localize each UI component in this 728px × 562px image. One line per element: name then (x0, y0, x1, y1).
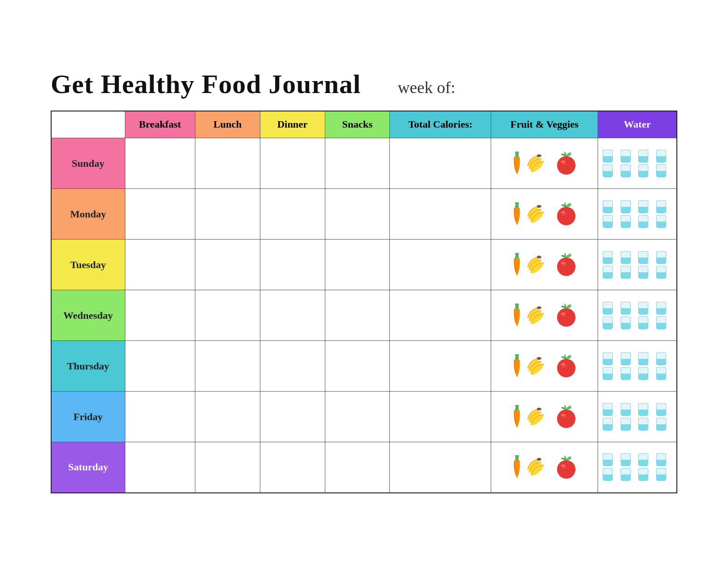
breakfast-cell-sunday[interactable] (125, 138, 195, 189)
calories-cell-sunday[interactable] (390, 138, 491, 189)
fruits-cell-tuesday (491, 240, 598, 290)
table-row: Sunday (51, 138, 677, 189)
water-glass-icon (603, 266, 613, 279)
calories-cell-friday[interactable] (390, 392, 491, 442)
water-glass-icon (603, 352, 613, 365)
water-glass-icon (603, 403, 613, 416)
breakfast-cell-monday[interactable] (125, 189, 195, 240)
page-title: Get Healthy Food Journal (51, 69, 361, 100)
water-glass-icon (656, 215, 666, 228)
svg-point-17 (537, 256, 541, 258)
svg-point-10 (537, 205, 541, 208)
day-cell-monday: Monday (51, 189, 125, 240)
water-glass-icon (638, 418, 648, 431)
snacks-cell-tuesday[interactable] (325, 240, 390, 290)
water-glass-icon (656, 316, 666, 329)
svg-point-34 (561, 363, 565, 366)
water-glass-icon (621, 352, 631, 365)
lunch-cell-wednesday[interactable] (195, 290, 260, 341)
svg-point-41 (561, 414, 565, 416)
week-of-label: week of: (398, 78, 455, 97)
dinner-cell-wednesday[interactable] (260, 290, 325, 341)
lunch-cell-monday[interactable] (195, 189, 260, 240)
corner-cell (51, 111, 125, 138)
water-glass-icon (621, 316, 631, 329)
water-glass-icon (603, 302, 613, 315)
dinner-cell-saturday[interactable] (260, 442, 325, 493)
dinner-cell-sunday[interactable] (260, 138, 325, 189)
table-row: Monday (51, 189, 677, 240)
lunch-cell-sunday[interactable] (195, 138, 260, 189)
dinner-cell-friday[interactable] (260, 392, 325, 442)
snacks-cell-sunday[interactable] (325, 138, 390, 189)
lunch-cell-friday[interactable] (195, 392, 260, 442)
page: Get Healthy Food Journal week of: Breakf… (23, 50, 705, 511)
water-glass-icon (621, 251, 631, 264)
water-glass-icon (638, 367, 648, 380)
calories-cell-saturday[interactable] (390, 442, 491, 493)
water-glass-icon (603, 164, 613, 177)
snacks-cell-wednesday[interactable] (325, 290, 390, 341)
fruits-cell-wednesday (491, 290, 598, 341)
water-glass-icon (638, 164, 648, 177)
day-cell-wednesday: Wednesday (51, 290, 125, 341)
water-glass-icon (621, 468, 631, 481)
dinner-cell-tuesday[interactable] (260, 240, 325, 290)
water-glass-icon (656, 418, 666, 431)
col-header-fruits: Fruit & Veggies (491, 111, 598, 138)
day-cell-sunday: Sunday (51, 138, 125, 189)
breakfast-cell-saturday[interactable] (125, 442, 195, 493)
dinner-cell-monday[interactable] (260, 189, 325, 240)
water-cell-monday (598, 189, 677, 240)
water-glass-icon (638, 251, 648, 264)
svg-point-27 (561, 312, 565, 315)
water-glass-icon (638, 316, 648, 329)
breakfast-cell-friday[interactable] (125, 392, 195, 442)
table-row: Thursday (51, 341, 677, 392)
fruits-cell-thursday (491, 341, 598, 392)
calories-cell-wednesday[interactable] (390, 290, 491, 341)
snacks-cell-saturday[interactable] (325, 442, 390, 493)
water-glass-icon (656, 266, 666, 279)
day-cell-friday: Friday (51, 392, 125, 442)
water-glass-icon (656, 164, 666, 177)
water-glass-icon (621, 266, 631, 279)
water-glass-icon (621, 215, 631, 228)
water-glass-icon (603, 418, 613, 431)
day-cell-thursday: Thursday (51, 341, 125, 392)
fruits-cell-saturday (491, 442, 598, 493)
water-cell-wednesday (598, 290, 677, 341)
lunch-cell-saturday[interactable] (195, 442, 260, 493)
svg-point-45 (537, 458, 541, 461)
snacks-cell-monday[interactable] (325, 189, 390, 240)
col-header-breakfast: Breakfast (125, 111, 195, 138)
water-glass-icon (638, 200, 648, 213)
water-glass-icon (656, 150, 666, 163)
water-glass-icon (656, 468, 666, 481)
water-glass-icon (638, 468, 648, 481)
header: Get Healthy Food Journal week of: (51, 69, 677, 100)
breakfast-cell-tuesday[interactable] (125, 240, 195, 290)
water-cell-saturday (598, 442, 677, 493)
snacks-cell-thursday[interactable] (325, 341, 390, 392)
lunch-cell-thursday[interactable] (195, 341, 260, 392)
dinner-cell-thursday[interactable] (260, 341, 325, 392)
water-glass-icon (638, 215, 648, 228)
snacks-cell-friday[interactable] (325, 392, 390, 442)
svg-point-46 (557, 460, 575, 479)
table-row: Saturday (51, 442, 677, 493)
day-cell-saturday: Saturday (51, 442, 125, 493)
water-glass-icon (656, 302, 666, 315)
calories-cell-monday[interactable] (390, 189, 491, 240)
breakfast-cell-thursday[interactable] (125, 341, 195, 392)
col-header-dinner: Dinner (260, 111, 325, 138)
calories-cell-thursday[interactable] (390, 341, 491, 392)
water-glass-icon (638, 302, 648, 315)
svg-point-6 (561, 160, 565, 163)
lunch-cell-tuesday[interactable] (195, 240, 260, 290)
calories-cell-tuesday[interactable] (390, 240, 491, 290)
water-glass-icon (656, 367, 666, 380)
breakfast-cell-wednesday[interactable] (125, 290, 195, 341)
water-glass-icon (603, 200, 613, 213)
water-glass-icon (621, 403, 631, 416)
